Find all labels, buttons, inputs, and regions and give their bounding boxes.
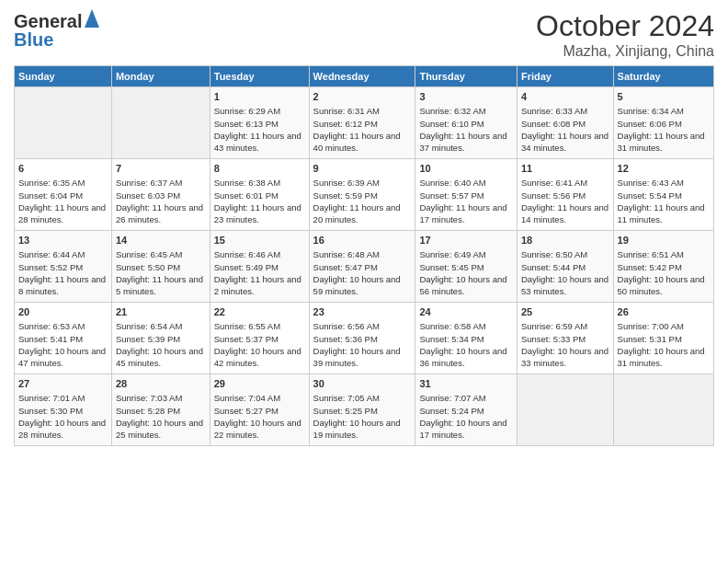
day-info: Sunrise: 6:43 AM <box>618 177 710 189</box>
day-info: Daylight: 11 hours and 31 minutes. <box>618 130 710 155</box>
day-info: Sunset: 5:52 PM <box>18 261 108 273</box>
day-info: Sunset: 6:13 PM <box>214 118 305 130</box>
day-number: 22 <box>214 305 305 319</box>
day-cell: 9Sunrise: 6:39 AMSunset: 5:59 PMDaylight… <box>309 159 415 231</box>
week-row-4: 20Sunrise: 6:53 AMSunset: 5:41 PMDayligh… <box>15 303 714 374</box>
day-info: Sunrise: 6:55 AM <box>214 320 305 332</box>
day-cell: 18Sunrise: 6:50 AMSunset: 5:44 PMDayligh… <box>517 231 613 303</box>
day-number: 24 <box>419 305 513 319</box>
day-info: Sunrise: 6:58 AM <box>419 320 513 332</box>
col-saturday: Saturday <box>613 66 713 87</box>
day-info: Sunrise: 6:53 AM <box>18 320 108 332</box>
day-info: Sunset: 5:24 PM <box>419 405 513 417</box>
day-number: 3 <box>419 90 513 104</box>
col-tuesday: Tuesday <box>210 66 309 87</box>
week-row-1: 1Sunrise: 6:29 AMSunset: 6:13 PMDaylight… <box>15 87 714 159</box>
day-info: Sunset: 6:06 PM <box>618 118 710 130</box>
day-number: 31 <box>419 377 513 391</box>
day-info: Sunset: 5:39 PM <box>116 333 206 345</box>
calendar-title: October 2024 <box>536 9 714 43</box>
day-info: Daylight: 10 hours and 17 minutes. <box>419 417 513 442</box>
day-cell: 17Sunrise: 6:49 AMSunset: 5:45 PMDayligh… <box>415 231 518 303</box>
day-cell <box>15 87 112 159</box>
day-info: Daylight: 10 hours and 56 minutes. <box>419 273 513 298</box>
day-info: Sunset: 5:41 PM <box>18 333 108 345</box>
col-monday: Monday <box>111 66 210 87</box>
day-info: Sunrise: 6:45 AM <box>116 248 206 260</box>
day-cell: 13Sunrise: 6:44 AMSunset: 5:52 PMDayligh… <box>15 231 112 303</box>
day-cell: 12Sunrise: 6:43 AMSunset: 5:54 PMDayligh… <box>613 159 713 231</box>
day-info: Daylight: 11 hours and 40 minutes. <box>313 130 412 155</box>
day-info: Daylight: 11 hours and 34 minutes. <box>521 130 609 155</box>
day-cell: 4Sunrise: 6:33 AMSunset: 6:08 PMDaylight… <box>517 87 613 159</box>
day-cell: 16Sunrise: 6:48 AMSunset: 5:47 PMDayligh… <box>309 231 415 303</box>
day-info: Daylight: 10 hours and 31 minutes. <box>618 345 710 370</box>
day-info: Daylight: 11 hours and 17 minutes. <box>419 201 513 226</box>
day-info: Sunset: 5:42 PM <box>618 261 710 273</box>
day-cell: 10Sunrise: 6:40 AMSunset: 5:57 PMDayligh… <box>415 159 518 231</box>
day-info: Daylight: 10 hours and 22 minutes. <box>214 417 305 442</box>
day-info: Sunset: 5:27 PM <box>214 405 305 417</box>
day-info: Sunrise: 6:32 AM <box>419 105 513 117</box>
day-info: Sunset: 5:50 PM <box>116 261 206 273</box>
week-row-5: 27Sunrise: 7:01 AMSunset: 5:30 PMDayligh… <box>15 374 714 446</box>
day-cell: 30Sunrise: 7:05 AMSunset: 5:25 PMDayligh… <box>309 374 415 446</box>
header-row: Sunday Monday Tuesday Wednesday Thursday… <box>15 66 714 87</box>
day-cell: 20Sunrise: 6:53 AMSunset: 5:41 PMDayligh… <box>15 303 112 374</box>
day-info: Daylight: 11 hours and 43 minutes. <box>214 130 305 155</box>
day-number: 8 <box>214 162 305 176</box>
day-info: Daylight: 10 hours and 45 minutes. <box>116 345 206 370</box>
logo-blue: Blue <box>14 29 53 51</box>
day-number: 28 <box>116 377 206 391</box>
page-container: General Blue October 2024 Mazha, Xinjian… <box>0 0 728 451</box>
day-cell: 22Sunrise: 6:55 AMSunset: 5:37 PMDayligh… <box>210 303 309 374</box>
day-number: 13 <box>18 234 108 247</box>
day-number: 6 <box>18 162 108 176</box>
day-info: Sunset: 6:12 PM <box>313 118 412 130</box>
day-info: Sunset: 5:36 PM <box>313 333 412 345</box>
day-info: Sunset: 5:37 PM <box>214 333 305 345</box>
day-info: Sunrise: 6:33 AM <box>521 105 609 117</box>
day-info: Daylight: 10 hours and 50 minutes. <box>618 273 710 298</box>
day-cell: 14Sunrise: 6:45 AMSunset: 5:50 PMDayligh… <box>111 231 210 303</box>
day-cell: 15Sunrise: 6:46 AMSunset: 5:49 PMDayligh… <box>210 231 309 303</box>
day-info: Sunrise: 6:44 AM <box>18 248 108 260</box>
day-info: Sunset: 5:57 PM <box>419 190 513 201</box>
day-info: Sunrise: 6:38 AM <box>214 177 305 189</box>
day-cell: 31Sunrise: 7:07 AMSunset: 5:24 PMDayligh… <box>415 374 518 446</box>
day-info: Sunset: 5:47 PM <box>313 261 412 273</box>
day-cell: 1Sunrise: 6:29 AMSunset: 6:13 PMDaylight… <box>210 87 309 159</box>
day-info: Sunset: 6:04 PM <box>18 190 108 201</box>
day-cell <box>517 374 613 446</box>
day-number: 4 <box>521 90 609 104</box>
calendar-table: Sunday Monday Tuesday Wednesday Thursday… <box>14 65 714 446</box>
day-info: Daylight: 10 hours and 33 minutes. <box>521 345 609 370</box>
day-cell: 2Sunrise: 6:31 AMSunset: 6:12 PMDaylight… <box>309 87 415 159</box>
day-info: Sunset: 5:45 PM <box>419 261 513 273</box>
day-number: 18 <box>521 234 609 247</box>
day-info: Daylight: 10 hours and 25 minutes. <box>116 417 206 442</box>
day-cell: 8Sunrise: 6:38 AMSunset: 6:01 PMDaylight… <box>210 159 309 231</box>
day-info: Sunrise: 6:40 AM <box>419 177 513 189</box>
day-cell: 3Sunrise: 6:32 AMSunset: 6:10 PMDaylight… <box>415 87 518 159</box>
day-info: Daylight: 10 hours and 42 minutes. <box>214 345 305 370</box>
day-info: Sunrise: 6:35 AM <box>18 177 108 189</box>
day-cell <box>111 87 210 159</box>
day-cell: 21Sunrise: 6:54 AMSunset: 5:39 PMDayligh… <box>111 303 210 374</box>
day-number: 26 <box>618 305 710 319</box>
day-cell: 28Sunrise: 7:03 AMSunset: 5:28 PMDayligh… <box>111 374 210 446</box>
day-cell <box>613 374 713 446</box>
col-wednesday: Wednesday <box>309 66 415 87</box>
day-info: Sunrise: 6:50 AM <box>521 248 609 260</box>
day-info: Daylight: 11 hours and 37 minutes. <box>419 130 513 155</box>
day-info: Sunset: 5:54 PM <box>618 190 710 201</box>
day-info: Sunset: 6:01 PM <box>214 190 305 201</box>
day-info: Sunrise: 6:41 AM <box>521 177 609 189</box>
day-info: Sunrise: 6:48 AM <box>313 248 412 260</box>
day-info: Sunset: 5:59 PM <box>313 190 412 201</box>
day-number: 27 <box>18 377 108 391</box>
col-friday: Friday <box>517 66 613 87</box>
header: General Blue October 2024 Mazha, Xinjian… <box>14 9 714 60</box>
day-info: Sunrise: 6:54 AM <box>116 320 206 332</box>
day-info: Daylight: 10 hours and 36 minutes. <box>419 345 513 370</box>
